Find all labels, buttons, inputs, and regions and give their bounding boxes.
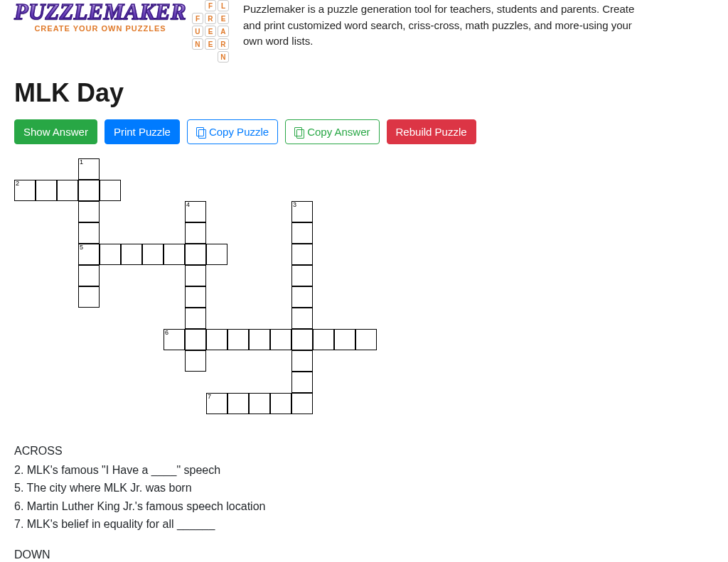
crossword-cell[interactable] (355, 329, 377, 350)
crossword-cell[interactable] (270, 329, 291, 350)
crossword-cell[interactable] (100, 244, 121, 265)
clue-across: 7. MLK's belief in equality for all ____… (14, 516, 714, 532)
crossword-cell[interactable] (291, 372, 313, 393)
crossword-cell[interactable] (57, 180, 78, 201)
header: PUZZLEMAKER CREATE YOUR OWN PUZZLES F U … (14, 0, 714, 63)
crossword-cell[interactable] (291, 265, 313, 286)
crossword-cell[interactable] (291, 308, 313, 329)
crossword-cell[interactable]: 7 (206, 393, 228, 414)
copy-icon (294, 127, 304, 137)
crossword-cell[interactable]: 1 (78, 158, 100, 180)
crossword-cell[interactable] (185, 265, 206, 286)
crossword-cell[interactable] (164, 244, 185, 265)
crossword-cell[interactable] (78, 180, 100, 201)
show-answer-button[interactable]: Show Answer (14, 119, 97, 144)
crossword-cell[interactable] (185, 222, 206, 244)
crossword-cell[interactable] (291, 350, 313, 372)
crossword-cell[interactable] (291, 286, 313, 308)
cell-number: 3 (293, 202, 296, 208)
logo-subtitle: CREATE YOUR OWN PUZZLES (34, 24, 166, 33)
crossword-cell[interactable]: 4 (185, 201, 206, 222)
cell-number: 5 (80, 244, 83, 251)
copy-puzzle-button[interactable]: Copy Puzzle (187, 119, 278, 144)
crossword-cell[interactable] (313, 329, 334, 350)
crossword-cell[interactable] (78, 286, 100, 308)
crossword-cell[interactable] (185, 350, 206, 372)
rebuild-puzzle-label: Rebuild Puzzle (396, 124, 467, 139)
print-puzzle-label: Print Puzzle (114, 124, 171, 139)
copy-puzzle-label: Copy Puzzle (209, 124, 269, 139)
logo-block: PUZZLEMAKER CREATE YOUR OWN PUZZLES F U … (14, 0, 229, 63)
crossword-cell[interactable] (228, 329, 249, 350)
crossword-cell[interactable] (270, 393, 291, 414)
across-heading: ACROSS (14, 443, 714, 459)
print-puzzle-button[interactable]: Print Puzzle (105, 119, 180, 144)
crossword-cell[interactable] (291, 222, 313, 244)
crossword-cell[interactable]: 2 (14, 180, 36, 201)
clues-section: ACROSS 2. MLK's famous "I Have a ____" s… (14, 443, 714, 562)
crossword-cell[interactable]: 6 (164, 329, 185, 350)
crossword-cell[interactable] (206, 244, 228, 265)
crossword-cell[interactable] (185, 286, 206, 308)
cell-number: 1 (80, 159, 83, 166)
logo[interactable]: PUZZLEMAKER CREATE YOUR OWN PUZZLES (14, 0, 186, 33)
crossword-cell[interactable] (185, 308, 206, 329)
rebuild-puzzle-button[interactable]: Rebuild Puzzle (387, 119, 476, 144)
cell-number: 2 (16, 180, 19, 187)
crossword-cell[interactable] (78, 201, 100, 222)
show-answer-label: Show Answer (23, 124, 88, 139)
crossword-cell[interactable]: 3 (291, 201, 313, 222)
crossword-cell[interactable] (291, 329, 313, 350)
copy-answer-label: Copy Answer (307, 124, 370, 139)
crossword-cell[interactable] (78, 222, 100, 244)
cell-number: 7 (208, 394, 211, 400)
crossword-cell[interactable] (291, 393, 313, 414)
crossword-cell[interactable] (100, 180, 121, 201)
cell-number: 6 (165, 330, 168, 336)
crossword-cell[interactable] (249, 329, 270, 350)
crossword-cell[interactable] (121, 244, 142, 265)
logo-title: PUZZLEMAKER (14, 0, 186, 23)
copy-icon (196, 127, 205, 137)
crossword-grid: 1234567 (14, 158, 398, 421)
crossword-cell[interactable] (78, 265, 100, 286)
crossword-cell[interactable] (291, 244, 313, 265)
crossword-cell[interactable] (334, 329, 355, 350)
mini-crossword-icon: F U N F R E E L E A R N (192, 0, 229, 63)
down-heading: DOWN (14, 546, 714, 562)
page-title: MLK Day (14, 78, 714, 108)
crossword-cell[interactable] (185, 244, 206, 265)
crossword-cell[interactable] (228, 393, 249, 414)
header-description: Puzzlemaker is a puzzle generation tool … (243, 0, 641, 50)
crossword-cell[interactable]: 5 (78, 244, 100, 265)
toolbar: Show Answer Print Puzzle Copy Puzzle Cop… (14, 119, 714, 144)
crossword-cell[interactable] (142, 244, 164, 265)
clue-across: 2. MLK's famous "I Have a ____" speech (14, 462, 714, 478)
clue-across: 5. The city where MLK Jr. was born (14, 480, 714, 496)
cell-number: 4 (186, 202, 190, 208)
crossword-cell[interactable] (36, 180, 57, 201)
crossword-cell[interactable] (185, 329, 206, 350)
crossword-cell[interactable] (206, 329, 228, 350)
clue-across: 6. Martin Luther King Jr.'s famous speec… (14, 498, 714, 514)
crossword-cell[interactable] (249, 393, 270, 414)
copy-answer-button[interactable]: Copy Answer (285, 119, 379, 144)
